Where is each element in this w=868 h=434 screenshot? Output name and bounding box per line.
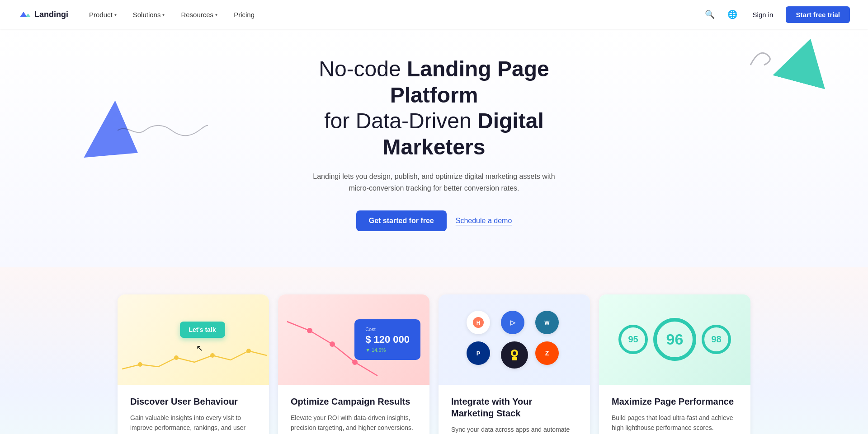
optimize-visual: Cost $ 120 000 ▼ 14.6% — [278, 294, 429, 385]
wave-decoration — [118, 119, 208, 142]
performance-desc: Build pages that load ultra-fast and ach… — [612, 413, 738, 433]
behaviour-chart — [122, 342, 267, 378]
score-96: 96 — [653, 318, 696, 361]
cost-change: ▼ 14.6% — [365, 347, 410, 353]
mailchimp-icon — [501, 341, 528, 369]
cost-value: $ 120 000 — [365, 334, 410, 345]
search-button[interactable]: 🔍 — [702, 7, 717, 22]
discover-visual: Let's talk ↖ — [118, 294, 269, 385]
performance-card: 95 96 98 Maximize Page Performance Build… — [599, 294, 750, 434]
svg-point-14 — [513, 351, 516, 355]
svg-text:▷: ▷ — [510, 319, 515, 326]
svg-text:Z: Z — [545, 350, 549, 357]
svg-rect-15 — [512, 357, 517, 360]
sign-in-button[interactable]: Sign in — [747, 7, 779, 22]
svg-point-1 — [174, 355, 179, 360]
svg-text:P: P — [476, 350, 480, 357]
svg-point-2 — [210, 353, 215, 358]
svg-text:H: H — [476, 320, 480, 326]
discover-card: Let's talk ↖ Discover User Behaviour Gai… — [118, 294, 269, 434]
hero-buttons: Get started for free Schedule a demo — [356, 210, 512, 231]
hubspot-icon: H — [467, 311, 490, 334]
chevron-down-icon: ▾ — [215, 12, 217, 17]
logo-text: Landingi — [34, 10, 68, 19]
svg-point-3 — [246, 349, 251, 353]
hero-section: No-code Landing Page Platform for Data-D… — [0, 29, 868, 267]
nav-links: Product ▾ Solutions ▾ Resources ▾ Pricin… — [83, 7, 261, 22]
logo-icon — [18, 10, 31, 19]
paypal-icon: P — [467, 341, 490, 365]
integrate-desc: Sync your data across apps and automate … — [451, 425, 577, 434]
nav-pricing[interactable]: Pricing — [227, 7, 261, 22]
features-grid: Let's talk ↖ Discover User Behaviour Gai… — [118, 294, 750, 434]
hero-title: No-code Landing Page Platform for Data-D… — [276, 56, 592, 160]
curl-decoration — [741, 38, 778, 74]
performance-body: Maximize Page Performance Build pages th… — [599, 385, 750, 434]
score-95: 95 — [618, 325, 648, 354]
optimize-title: Optimize Campaign Results — [291, 396, 417, 407]
discover-desc: Gain valuable insights into every visit … — [130, 413, 256, 434]
svg-text:W: W — [544, 320, 550, 326]
performance-visual: 95 96 98 — [599, 294, 750, 385]
wordpress-icon: W — [535, 311, 559, 334]
cursor-icon: ↖ — [196, 343, 203, 353]
optimize-card: Cost $ 120 000 ▼ 14.6% Optimize Campaign… — [278, 294, 429, 434]
chevron-down-icon: ▾ — [114, 12, 117, 17]
integrate-body: Integrate with Your Marketing Stack Sync… — [439, 385, 590, 434]
score-98: 98 — [702, 325, 731, 354]
features-section: Let's talk ↖ Discover User Behaviour Gai… — [0, 267, 868, 434]
integrate-title: Integrate with Your Marketing Stack — [451, 396, 577, 419]
performance-bg: 95 96 98 — [599, 294, 750, 385]
language-button[interactable]: 🌐 — [725, 7, 740, 22]
search-icon: 🔍 — [705, 10, 715, 19]
svg-point-0 — [138, 362, 142, 367]
svg-point-6 — [352, 359, 358, 365]
performance-title: Maximize Page Performance — [612, 396, 738, 407]
activecampaign-icon: ▷ — [501, 311, 524, 334]
discover-title: Discover User Behaviour — [130, 396, 256, 407]
logo[interactable]: Landingi — [18, 10, 68, 19]
zapier-icon: Z — [535, 341, 559, 365]
navbar-left: Landingi Product ▾ Solutions ▾ Resources… — [18, 7, 261, 22]
nav-solutions[interactable]: Solutions ▾ — [127, 7, 171, 22]
lets-talk-button[interactable]: Let's talk — [179, 322, 225, 338]
nav-product[interactable]: Product ▾ — [83, 7, 123, 22]
teal-decoration — [773, 32, 837, 89]
chevron-down-icon: ▾ — [162, 12, 165, 17]
svg-point-4 — [307, 328, 312, 333]
discover-bg: Let's talk ↖ — [118, 294, 269, 385]
optimize-body: Optimize Campaign Results Elevate your R… — [278, 385, 429, 434]
start-trial-button[interactable]: Start free trial — [786, 6, 850, 23]
optimize-bg: Cost $ 120 000 ▼ 14.6% — [278, 294, 429, 385]
nav-resources[interactable]: Resources ▾ — [175, 7, 224, 22]
svg-point-5 — [330, 341, 335, 347]
integrate-bg: H ▷ W P — [439, 294, 590, 385]
integration-icons: H ▷ W P — [458, 302, 571, 378]
optimize-desc: Elevate your ROI with data-driven insigh… — [291, 413, 417, 433]
hero-description: Landingi lets you design, publish, and o… — [307, 171, 561, 194]
integrate-visual: H ▷ W P — [439, 294, 590, 385]
globe-icon: 🌐 — [727, 10, 737, 19]
navbar: Landingi Product ▾ Solutions ▾ Resources… — [0, 0, 868, 29]
navbar-right: 🔍 🌐 Sign in Start free trial — [702, 6, 850, 23]
cost-label: Cost — [365, 327, 410, 332]
discover-body: Discover User Behaviour Gain valuable in… — [118, 385, 269, 434]
schedule-demo-button[interactable]: Schedule a demo — [456, 217, 512, 225]
cost-card: Cost $ 120 000 ▼ 14.6% — [354, 319, 420, 360]
score-circles: 95 96 98 — [618, 318, 731, 361]
integrate-card: H ▷ W P — [439, 294, 590, 434]
get-started-button[interactable]: Get started for free — [356, 210, 447, 231]
